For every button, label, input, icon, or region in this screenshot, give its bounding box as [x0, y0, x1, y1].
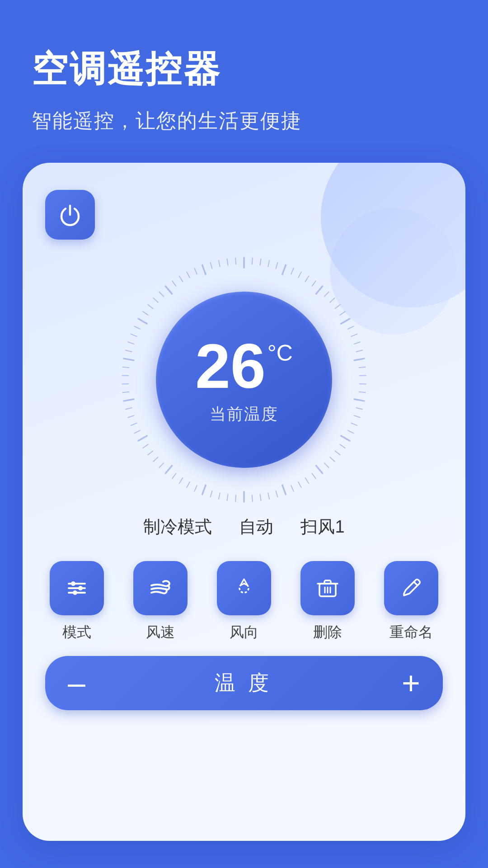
svg-line-24 [359, 392, 366, 392]
temp-decrease-button[interactable]: – [68, 667, 85, 699]
svg-line-21 [359, 367, 366, 368]
power-button[interactable] [45, 190, 95, 240]
svg-line-42 [268, 493, 269, 499]
svg-point-93 [71, 581, 75, 586]
svg-line-32 [335, 451, 340, 455]
svg-line-48 [219, 493, 220, 499]
svg-line-9 [312, 281, 315, 286]
wind-dir-label: 扫风1 [300, 515, 344, 538]
svg-line-76 [143, 311, 148, 315]
svg-line-87 [219, 260, 220, 267]
mode-ctrl-label: 模式 [62, 623, 91, 642]
svg-line-3 [268, 260, 269, 267]
svg-line-14 [340, 311, 345, 315]
svg-point-95 [73, 590, 77, 595]
wind-speed-control[interactable]: 风速 [133, 561, 188, 642]
delete-icon [315, 576, 340, 601]
temp-bar-label: 温 度 [215, 669, 273, 697]
svg-line-88 [227, 259, 228, 265]
svg-line-2 [260, 259, 261, 265]
rename-ctrl-label: 重命名 [389, 623, 433, 642]
svg-line-63 [128, 415, 134, 417]
svg-line-41 [276, 491, 278, 497]
svg-line-29 [348, 430, 354, 433]
svg-line-43 [260, 495, 261, 501]
svg-line-52 [187, 482, 190, 487]
delete-control[interactable]: 删除 [300, 561, 355, 642]
svg-line-38 [298, 482, 301, 487]
svg-line-79 [159, 292, 164, 297]
svg-line-53 [179, 478, 183, 483]
svg-line-5 [282, 265, 286, 274]
svg-line-66 [122, 392, 129, 392]
svg-point-94 [78, 586, 83, 590]
temp-label: 当前温度 [210, 403, 278, 425]
svg-line-60 [138, 436, 147, 441]
svg-line-82 [179, 276, 183, 282]
svg-line-47 [227, 495, 228, 501]
temp-number: 26 [195, 335, 266, 398]
wind-dir-button[interactable] [217, 561, 271, 615]
svg-line-73 [131, 334, 137, 336]
svg-line-4 [276, 262, 278, 268]
svg-line-51 [194, 486, 197, 491]
svg-line-72 [128, 342, 134, 344]
power-icon [57, 202, 83, 227]
wind-speed-button[interactable] [133, 561, 188, 615]
svg-line-65 [124, 399, 134, 401]
dial-outer-ring: /* ticks rendered via JS below */ [117, 253, 371, 506]
svg-line-25 [354, 399, 364, 401]
svg-line-77 [148, 305, 153, 309]
svg-line-35 [316, 466, 322, 473]
svg-line-74 [134, 326, 140, 329]
temperature-dial[interactable]: /* ticks rendered via JS below */ [45, 253, 443, 506]
svg-line-27 [354, 415, 360, 417]
svg-line-56 [159, 463, 164, 467]
rename-control[interactable]: 重命名 [384, 561, 438, 642]
svg-line-31 [340, 444, 345, 448]
svg-line-69 [122, 367, 129, 368]
wind-speed-icon [148, 576, 173, 601]
svg-line-15 [341, 319, 350, 324]
svg-line-37 [305, 478, 309, 483]
mode-info-row: 制冷模式 自动 扫风1 [45, 515, 443, 538]
svg-line-71 [126, 350, 132, 352]
svg-line-55 [165, 466, 172, 473]
rename-button[interactable] [384, 561, 438, 615]
mode-control[interactable]: 模式 [50, 561, 104, 642]
temperature-display: 26°C 当前温度 [156, 292, 332, 468]
svg-line-36 [312, 473, 315, 478]
svg-line-39 [291, 486, 294, 491]
svg-line-16 [348, 326, 354, 329]
svg-line-40 [282, 485, 286, 495]
svg-line-12 [330, 298, 334, 302]
mode-button[interactable] [50, 561, 104, 615]
svg-line-17 [351, 334, 357, 336]
svg-line-78 [153, 298, 158, 302]
svg-line-103 [414, 582, 418, 585]
app-title: 空调遥控器 [32, 45, 456, 94]
svg-line-26 [356, 408, 362, 409]
svg-line-7 [298, 272, 301, 278]
svg-line-61 [134, 430, 140, 433]
temp-unit: °C [267, 342, 293, 364]
svg-line-50 [202, 485, 206, 495]
svg-line-59 [143, 444, 148, 448]
wind-dir-ctrl-label: 风向 [230, 623, 258, 642]
svg-line-34 [324, 463, 329, 467]
delete-button[interactable] [300, 561, 355, 615]
svg-line-10 [316, 286, 322, 294]
svg-line-49 [211, 491, 212, 497]
svg-line-1 [252, 258, 253, 264]
svg-line-11 [324, 292, 329, 297]
controls-row: 模式 风速 [45, 561, 443, 642]
app-subtitle: 智能遥控，让您的生活更便捷 [32, 108, 456, 134]
svg-line-75 [138, 319, 147, 324]
mode-label: 制冷模式 [143, 515, 212, 538]
wind-dir-control[interactable]: 风向 [217, 561, 271, 642]
svg-line-85 [202, 265, 206, 274]
svg-line-18 [354, 342, 360, 344]
svg-line-30 [341, 436, 350, 441]
svg-line-64 [126, 408, 132, 409]
temp-increase-button[interactable]: + [402, 667, 420, 699]
